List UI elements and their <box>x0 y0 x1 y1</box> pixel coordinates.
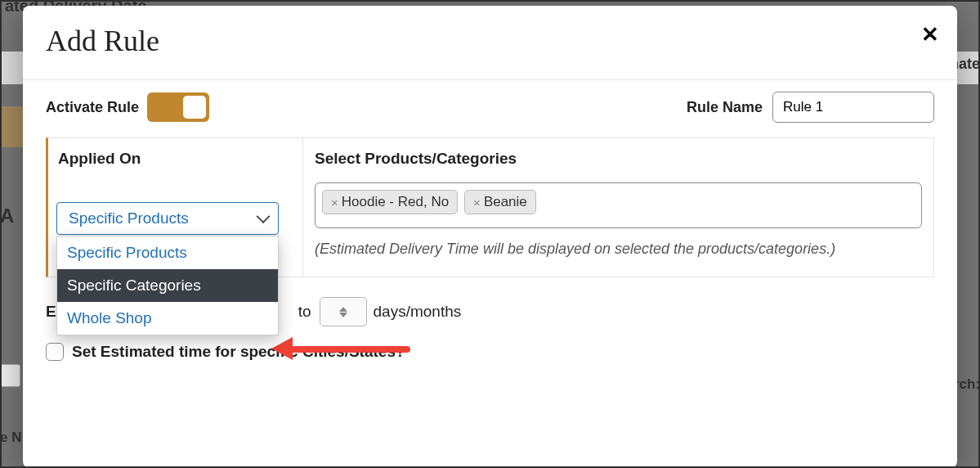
applied-on-option[interactable]: Specific Categories <box>57 269 278 302</box>
top-row: Activate Rule Rule Name <box>23 80 957 137</box>
applied-on-option[interactable]: Specific Products <box>57 236 278 269</box>
select-products-column: Select Products/Categories ×Hoodie - Red… <box>303 138 933 277</box>
bg-heading-letter: A <box>0 205 14 227</box>
tag-remove-icon[interactable]: × <box>473 196 481 209</box>
product-tag: ×Beanie <box>464 190 536 214</box>
cities-states-label: Set Estimated time for specific Cities/S… <box>72 343 405 361</box>
toggle-knob <box>183 96 206 119</box>
tag-label: Beanie <box>484 194 527 210</box>
applied-on-dropdown: Specific ProductsSpecific CategoriesWhol… <box>56 236 279 335</box>
products-tag-input[interactable]: ×Hoodie - Red, No×Beanie <box>315 182 922 228</box>
bg-column-label: e N <box>0 430 21 446</box>
applied-on-select[interactable]: Specific Products <box>56 202 279 235</box>
product-tag: ×Hoodie - Red, No <box>322 190 458 214</box>
days-to-spinner[interactable] <box>320 297 367 326</box>
to-label: to <box>298 303 311 321</box>
days-months-label: days/months <box>374 303 462 321</box>
close-icon[interactable]: ✕ <box>921 22 939 47</box>
applied-on-column: Applied On Specific Products Specific Pr… <box>48 138 303 277</box>
cities-states-row: Set Estimated time for specific Cities/S… <box>23 335 957 384</box>
applied-on-selected-text: Specific Products <box>69 209 189 227</box>
select-products-heading: Select Products/Categories <box>315 150 922 168</box>
bg-search-label: rch: <box>954 376 980 393</box>
add-rule-modal: ✕ Add Rule Activate Rule Rule Name Appli… <box>23 6 957 468</box>
activate-rule-toggle[interactable] <box>147 92 209 122</box>
bg-entries-select <box>0 364 20 387</box>
spinner-arrows-icon <box>339 307 347 317</box>
applied-on-option[interactable]: Whole Shop <box>57 302 278 335</box>
products-hint: (Estimated Delivery Time will be display… <box>315 238 922 260</box>
tag-label: Hoodie - Red, No <box>342 194 449 210</box>
cities-states-checkbox[interactable] <box>46 343 64 361</box>
modal-title: Add Rule <box>23 6 957 79</box>
rule-name-label: Rule Name <box>687 99 763 116</box>
estimated-label-fragment: E <box>46 303 56 321</box>
tag-remove-icon[interactable]: × <box>331 196 338 209</box>
activate-rule-label: Activate Rule <box>46 99 139 116</box>
applied-on-select-wrap: Specific Products Specific ProductsSpeci… <box>56 202 279 235</box>
bg-orange-button <box>0 106 25 147</box>
rule-name-input[interactable] <box>772 92 934 123</box>
applied-on-panel: Applied On Specific Products Specific Pr… <box>46 137 934 277</box>
chevron-down-icon <box>257 209 271 223</box>
applied-on-heading: Applied On <box>56 150 294 168</box>
